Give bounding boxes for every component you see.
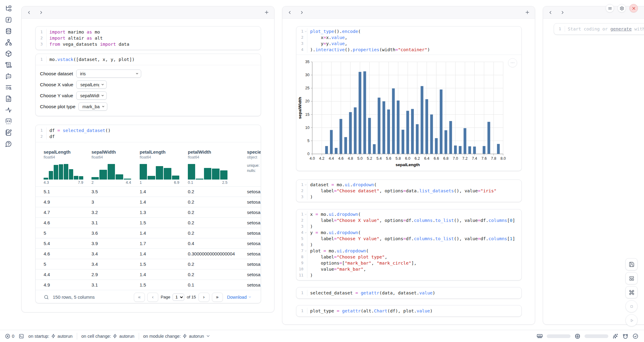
column-header-sepalLength[interactable]: sepalLengthfloat644.37.9 bbox=[44, 149, 91, 185]
icon-sidebar bbox=[0, 0, 17, 330]
stop-button[interactable] bbox=[625, 300, 638, 312]
altair-bar-chart[interactable]: 4.04.24.44.64.85.05.25.45.65.86.06.26.46… bbox=[296, 55, 522, 171]
column-2-header bbox=[282, 6, 535, 19]
fold-chevron-icon[interactable] bbox=[304, 28, 307, 34]
cell-dataset-dropdown: 1dataset = mo.ui.dropdown(2 label="Choos… bbox=[296, 180, 522, 202]
column-back-icon[interactable] bbox=[27, 10, 31, 15]
notebook-pen-icon[interactable] bbox=[5, 129, 12, 136]
errors-indicator[interactable]: 0 bbox=[5, 333, 14, 339]
table-row[interactable]: 53.41.50.2setosa bbox=[36, 259, 261, 269]
fold-chevron-icon[interactable] bbox=[304, 182, 307, 188]
table-row[interactable]: 4.931.40.2setosa bbox=[36, 197, 261, 207]
choose-dataset-select[interactable]: iris bbox=[76, 69, 141, 78]
cell-vstack: 1mo.vstack([dataset, x, y, plot]) Choose… bbox=[35, 54, 261, 116]
runmode-on-module-change[interactable]: on module change:autorun bbox=[143, 334, 211, 339]
command-palette-button[interactable] bbox=[625, 286, 638, 298]
close-button[interactable] bbox=[629, 4, 638, 12]
column-back-icon[interactable] bbox=[287, 10, 292, 15]
settings-button[interactable] bbox=[617, 4, 626, 12]
column-histogram bbox=[188, 163, 227, 180]
choose-plot-type-select[interactable]: mark_bar bbox=[78, 102, 107, 111]
code-line: 1plot_type = getattr(alt.Chart(df), plot… bbox=[296, 308, 521, 314]
table-row[interactable]: 4.73.21.30.2setosa bbox=[36, 207, 261, 217]
download-link[interactable]: Download bbox=[227, 295, 252, 300]
code-editor-vstack[interactable]: 1mo.vstack([dataset, x, y, plot]) bbox=[36, 54, 261, 65]
run-button[interactable] bbox=[625, 314, 638, 326]
column-forward-icon[interactable] bbox=[560, 10, 565, 15]
add-cell-icon[interactable] bbox=[525, 10, 530, 15]
sparkles-icon[interactable] bbox=[612, 333, 618, 339]
file-tree-icon[interactable] bbox=[5, 5, 12, 12]
scratchpad-editor[interactable]: 1 Start coding or generate with AI bbox=[554, 23, 644, 34]
dropdown-row: Choose plot typemark_bar bbox=[40, 102, 256, 111]
code-editor-dataset[interactable]: 1dataset = mo.ui.dropdown(2 label="Choos… bbox=[296, 180, 521, 202]
svg-text:5.4: 5.4 bbox=[376, 156, 381, 161]
line-number: 10 bbox=[296, 266, 304, 272]
column-forward-icon[interactable] bbox=[299, 10, 304, 15]
column-header-species[interactable]: speciesobjectunique:nulls: bbox=[247, 149, 261, 185]
fold-chevron-icon[interactable] bbox=[304, 211, 307, 217]
table-row[interactable]: 4.93.11.50.1setosa bbox=[36, 280, 261, 290]
svg-text:30: 30 bbox=[305, 73, 309, 77]
network-icon[interactable] bbox=[5, 39, 12, 46]
svg-text:20: 20 bbox=[305, 99, 309, 103]
layout-button[interactable] bbox=[625, 272, 638, 284]
file-document-icon[interactable] bbox=[5, 95, 12, 102]
activity-icon[interactable] bbox=[5, 107, 12, 113]
next-page-button[interactable]: › bbox=[199, 293, 209, 302]
connection-status-icon[interactable] bbox=[632, 333, 639, 339]
table-row[interactable]: 4.42.91.40.2setosa bbox=[36, 269, 261, 280]
bot-message-icon[interactable] bbox=[5, 73, 12, 80]
runmode-on-startup[interactable]: on startup:autorun bbox=[28, 334, 73, 339]
menu-button[interactable] bbox=[606, 4, 614, 12]
add-cell-icon[interactable] bbox=[264, 10, 269, 15]
fold-chevron-icon[interactable] bbox=[304, 248, 307, 254]
line-number: 1 bbox=[554, 26, 562, 32]
mascot-icon[interactable] bbox=[622, 333, 628, 339]
table-row[interactable]: 4.63.41.40.30000000000000004setosa bbox=[36, 248, 261, 259]
code-editor-selected-dataset[interactable]: 1selected_dataset = getattr(data, datase… bbox=[296, 287, 521, 298]
choose-x-value-select[interactable]: sepalLength bbox=[76, 80, 107, 89]
save-button[interactable] bbox=[625, 258, 638, 270]
terminal-button[interactable] bbox=[19, 333, 24, 339]
code-editor-df[interactable]: 1df = selected_dataset()2df bbox=[36, 125, 261, 142]
function-square-icon[interactable] bbox=[5, 16, 12, 23]
code-line: 9 options=["mark_bar", "mark_circle"], bbox=[296, 260, 521, 266]
code-square-icon[interactable] bbox=[5, 118, 12, 125]
search-icon[interactable] bbox=[44, 294, 49, 300]
column-header-petalLength[interactable]: petalLengthfloat6416.9 bbox=[140, 149, 188, 185]
line-number: 3 bbox=[296, 194, 304, 200]
page-select[interactable]: 1 bbox=[173, 294, 184, 301]
database-icon[interactable] bbox=[5, 28, 12, 34]
runmode-on-cell-change[interactable]: on cell change:autorun bbox=[81, 334, 134, 339]
table-row[interactable]: 5.13.51.40.2setosa bbox=[36, 186, 261, 197]
code-line: 3from vega_datasets import data bbox=[36, 41, 261, 47]
column-forward-icon[interactable] bbox=[39, 10, 44, 15]
column-header-petalWidth[interactable]: petalWidthfloat640.12.5 bbox=[188, 149, 247, 185]
fold-chevron-icon[interactable] bbox=[304, 230, 307, 236]
chevron-down-icon bbox=[206, 334, 210, 338]
prev-page-button[interactable]: ‹ bbox=[147, 293, 158, 302]
code-editor-plot-type[interactable]: 1plot_type = getattr(alt.Chart(df), plot… bbox=[296, 305, 521, 316]
column-back-icon[interactable] bbox=[548, 10, 553, 15]
code-line: 5 label="Choose Y value", options=df.col… bbox=[296, 236, 521, 242]
code-editor-plot[interactable]: 1plot_type().encode(2 x=x.value,3 y=y.va… bbox=[296, 27, 521, 55]
save-icon bbox=[629, 262, 635, 267]
code-editor-imports[interactable]: 1import marimo as mo2import altair as al… bbox=[36, 27, 261, 50]
choose-y-value-select[interactable]: sepalWidth bbox=[76, 91, 107, 100]
last-page-button[interactable]: » bbox=[212, 293, 223, 302]
first-page-button[interactable]: « bbox=[134, 293, 145, 302]
help-message-icon[interactable] bbox=[5, 141, 12, 147]
chart-menu-button[interactable] bbox=[508, 58, 517, 67]
ellipsis-icon bbox=[510, 60, 515, 65]
scroll-text-icon[interactable] bbox=[5, 62, 12, 68]
table-row[interactable]: 53.61.40.2setosa bbox=[36, 228, 261, 238]
package-icon[interactable] bbox=[5, 50, 12, 57]
table-row[interactable]: 4.63.11.50.2setosa bbox=[36, 217, 261, 228]
list-search-icon[interactable] bbox=[5, 84, 12, 91]
generate-with-ai-link[interactable]: generate bbox=[610, 27, 632, 31]
table-row[interactable]: 5.43.91.70.4setosa bbox=[36, 238, 261, 248]
column-header-sepalWidth[interactable]: sepalWidthfloat6424.4 bbox=[91, 149, 140, 185]
code-editor-xyplot[interactable]: 1x = mo.ui.dropdown(2 label="Choose X va… bbox=[296, 209, 521, 280]
zap-icon bbox=[183, 334, 187, 338]
